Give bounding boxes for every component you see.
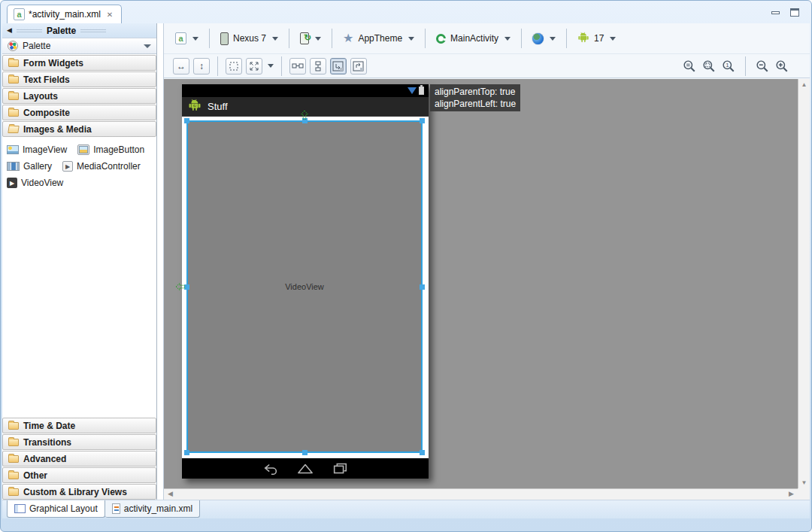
center-vertical-icon[interactable]	[310, 58, 326, 74]
chevron-down-icon	[144, 44, 151, 48]
scroll-left-icon[interactable]: ◀	[168, 490, 173, 497]
palette-category-composite[interactable]: Composite	[2, 105, 156, 120]
maximize-icon[interactable]	[790, 8, 799, 17]
resize-handle-bottom-left[interactable]	[184, 450, 189, 455]
palette-category-label: Advanced	[23, 454, 66, 464]
selected-videoview-widget[interactable]: VideoView	[186, 120, 423, 453]
palette-item-label: ImageView	[23, 144, 67, 155]
editor-body: Palette Palette Form Widgets Text Fields…	[2, 23, 810, 518]
layout-content-area[interactable]: VideoView	[182, 117, 429, 458]
palette-item-gallery[interactable]: Gallery	[7, 161, 52, 172]
tab-graphical-layout[interactable]: Graphical Layout	[7, 500, 105, 518]
show-structure-icon[interactable]	[330, 58, 347, 74]
anchor-left-icon	[175, 281, 186, 294]
resize-handle-top-left[interactable]	[184, 118, 189, 123]
palette-category-custom-library-views[interactable]: Custom & Library Views	[2, 484, 156, 500]
back-icon	[262, 463, 279, 475]
locale-globe-icon	[532, 33, 544, 44]
collapse-palette-icon[interactable]	[7, 27, 12, 34]
folder-icon	[8, 439, 19, 446]
gravity-icon[interactable]	[246, 58, 262, 74]
palette-category-label: Text Fields	[23, 74, 70, 85]
center-horizontal-icon[interactable]	[289, 58, 306, 74]
locale-selector[interactable]	[529, 31, 559, 47]
palette-items-area: ImageView ImageButton Gallery MediaContr…	[2, 137, 156, 417]
folder-icon	[8, 455, 19, 463]
dropdown-arrow-icon[interactable]	[268, 64, 274, 68]
xml-file-icon	[112, 503, 120, 514]
configuration-toolbar: Nexus 7 AppTheme MainActivity	[164, 23, 810, 54]
palette-header-title: Palette	[47, 26, 76, 36]
signal-icon	[408, 87, 417, 94]
layout-editor: Nexus 7 AppTheme MainActivity	[163, 23, 810, 500]
vertical-scrollbar[interactable]: ▲ ▼	[798, 79, 810, 488]
palette-category-layouts[interactable]: Layouts	[2, 88, 156, 104]
imagebutton-icon	[77, 144, 89, 155]
theme-selector[interactable]: AppTheme	[339, 30, 418, 47]
tab-label: activity_main.xml	[124, 503, 192, 514]
activity-selector[interactable]: MainActivity	[432, 31, 514, 46]
palette-item-mediacontroller[interactable]: MediaController	[62, 161, 141, 172]
resize-handle-bottom-right[interactable]	[420, 450, 425, 455]
zoom-100-icon[interactable]: 1	[722, 59, 735, 73]
orientation-icon	[300, 32, 309, 44]
svg-text:1: 1	[726, 62, 729, 68]
palette-category-time-date[interactable]: Time & Date	[2, 418, 156, 433]
resize-handle-middle-right[interactable]	[420, 284, 425, 290]
dropdown-arrow-icon	[272, 37, 278, 41]
resize-handle-bottom-middle[interactable]	[302, 450, 308, 455]
palette-items-row: VideoView	[5, 175, 153, 191]
device-selector[interactable]: Nexus 7	[217, 30, 282, 47]
scroll-up-icon[interactable]: ▲	[798, 81, 810, 88]
tab-label: Graphical Layout	[29, 503, 98, 514]
zoom-in-icon[interactable]	[775, 59, 789, 73]
tooltip-line: alignParentLeft: true	[435, 98, 516, 110]
palette-category-advanced[interactable]: Advanced	[2, 451, 156, 467]
minimize-icon[interactable]	[771, 11, 780, 14]
toolbar-separator	[209, 29, 210, 48]
palette-category-transitions[interactable]: Transitions	[2, 434, 156, 450]
editor-tab-activity-main[interactable]: *activity_main.xml	[7, 5, 122, 23]
config-menu-button[interactable]	[171, 30, 202, 47]
dropdown-arrow-icon	[504, 37, 511, 41]
scroll-right-icon[interactable]: ▶	[789, 490, 794, 497]
palette-category-label: Time & Date	[23, 421, 75, 431]
api-level-selector[interactable]: 17	[574, 29, 620, 48]
zoom-fit-icon[interactable]	[683, 59, 696, 73]
palette-category-text-fields[interactable]: Text Fields	[2, 71, 156, 87]
palette-category-images-media[interactable]: Images & Media	[2, 121, 156, 137]
android-robot-icon	[188, 99, 201, 114]
palette-items-row: ImageView ImageButton	[5, 141, 153, 158]
zoom-out-icon[interactable]	[756, 59, 769, 73]
scroll-down-icon[interactable]: ▼	[798, 479, 810, 486]
eclipse-window: *activity_main.xml Palette Palette	[0, 0, 812, 532]
editor-page-tabs: Graphical Layout activity_main.xml	[2, 500, 810, 518]
editor-tab-bar: *activity_main.xml	[2, 2, 810, 23]
palette-item-imagebutton[interactable]: ImageButton	[77, 144, 144, 155]
palette-category-label: Form Widgets	[23, 58, 83, 68]
android-xml-icon	[14, 8, 25, 20]
orientation-selector[interactable]	[296, 30, 325, 47]
toggle-width-icon[interactable]: ↔	[173, 58, 189, 74]
dropdown-arrow-icon	[408, 37, 414, 41]
app-title: Stuff	[208, 101, 228, 112]
design-canvas[interactable]: Stuff VideoView	[164, 79, 810, 500]
refresh-layout-icon[interactable]	[350, 58, 367, 74]
folder-icon	[8, 472, 19, 479]
palette-selector[interactable]: Palette	[2, 38, 156, 54]
tab-activity-main-xml[interactable]: activity_main.xml	[105, 500, 200, 518]
close-icon[interactable]	[105, 9, 115, 20]
palette-category-form-widgets[interactable]: Form Widgets	[2, 55, 156, 71]
home-icon	[297, 463, 314, 475]
folder-icon	[8, 76, 19, 84]
palette-item-videoview[interactable]: VideoView	[7, 178, 63, 188]
zoom-selection-icon[interactable]	[702, 59, 716, 73]
toggle-height-icon[interactable]: ↕	[193, 58, 210, 74]
palette-category-label: Images & Media	[23, 124, 92, 135]
palette-item-imageview[interactable]: ImageView	[7, 144, 67, 155]
resize-handle-top-right[interactable]	[420, 118, 425, 123]
margins-icon[interactable]	[226, 58, 242, 74]
horizontal-scrollbar[interactable]: ◀ ▶	[164, 488, 798, 500]
palette-selector-label: Palette	[23, 41, 50, 51]
palette-category-other[interactable]: Other	[2, 467, 156, 483]
